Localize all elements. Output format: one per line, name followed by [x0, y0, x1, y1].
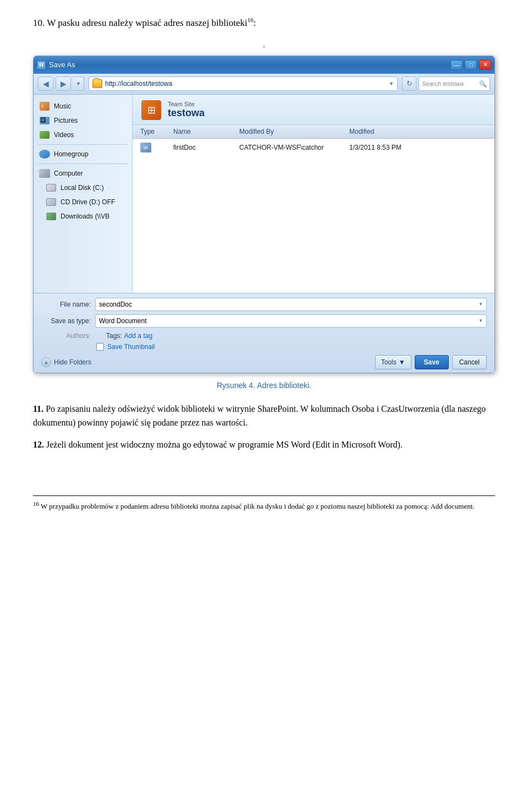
file-modifiedby-cell: CATCHOR-VM-WSF\catchor: [239, 143, 349, 152]
saveastype-input[interactable]: Word Document ▼: [95, 314, 487, 328]
address-folder-icon: [92, 79, 102, 88]
sidebar-item-videos[interactable]: Videos: [34, 128, 132, 142]
address-bar[interactable]: http://localhost/testowa ▼: [89, 77, 398, 91]
pictures-icon: [39, 116, 50, 125]
search-placeholder: Search testowa: [422, 80, 464, 87]
figure-caption: Rysunek 4. Adres biblioteki.: [33, 381, 495, 390]
intro-paragraph: 10. W pasku adresu należy wpisać adres n…: [33, 17, 495, 29]
dialog-title-text: Save As: [49, 61, 75, 69]
footnote: 16 W przypadku problemów z podaniem adre…: [33, 499, 495, 512]
sidebar-item-localdisk[interactable]: Local Disk (C:): [34, 181, 132, 195]
computer-icon: [39, 169, 50, 178]
col-modified[interactable]: Modified: [347, 125, 489, 138]
dialog-filelist: ⊞ Team Site testowa Type Name Modified B…: [133, 95, 494, 293]
network-icon: [46, 212, 57, 221]
sidebar-label-videos: Videos: [54, 131, 74, 139]
table-row[interactable]: W firstDoc CATCHOR-VM-WSF\catchor 1/3/20…: [138, 141, 489, 154]
filename-row: File name: secondDoc ▼: [41, 298, 487, 311]
file-name-cell: firstDoc: [173, 143, 239, 152]
dialog-body: Music Pictures Videos: [34, 95, 494, 293]
tags-value[interactable]: Add a tag: [124, 332, 152, 340]
save-thumbnail-checkbox[interactable]: [96, 343, 104, 351]
sidebar-item-downloads[interactable]: Downloads (\\VB: [34, 209, 132, 224]
file-modified-cell: 1/3/2011 8:53 PM: [349, 143, 487, 152]
back-button[interactable]: ◀: [38, 77, 53, 91]
homegroup-icon: [39, 150, 50, 159]
filelist-header-text: Team Site testowa: [168, 101, 205, 119]
sidebar-item-music[interactable]: Music: [34, 99, 132, 113]
chevron-up-icon: ▲: [41, 357, 51, 367]
search-icon[interactable]: 🔍: [479, 80, 487, 88]
col-type[interactable]: Type: [138, 125, 171, 138]
dialog-toolbar: ◀ ▶ ▼ http://localhost/testowa ▼ ↻ Searc…: [34, 74, 494, 95]
filename-dropdown-icon: ▼: [479, 302, 483, 307]
address-arrow: ▼: [389, 81, 394, 86]
sidebar-item-cddrive[interactable]: CD Drive (D:) OFF: [34, 195, 132, 209]
filelist-header-bar: ⊞ Team Site testowa: [133, 95, 494, 125]
footnote-text: W przypadku problemów z podaniem adresu …: [41, 503, 475, 511]
maximize-button[interactable]: □: [465, 60, 477, 70]
filename-value: secondDoc: [99, 301, 132, 308]
save-as-dialog: W Save As — □ ✕ ◀ ▶ ▼ http://localhost/t…: [33, 56, 495, 373]
sidebar-label-computer: Computer: [54, 170, 83, 177]
file-doc-icon: W: [140, 143, 151, 152]
authors-label: Authors:: [41, 332, 91, 340]
sidebar-label-music: Music: [54, 102, 71, 110]
sidebar-sep2: [38, 164, 128, 164]
bottom-action-row: ▲ Hide Folders Tools ▼ Save Cancel: [41, 355, 487, 369]
action-buttons: Tools ▼ Save Cancel: [375, 355, 487, 369]
nav-dropdown-button[interactable]: ▼: [73, 77, 84, 91]
disk-icon: [46, 183, 57, 192]
minimize-button[interactable]: —: [450, 60, 463, 70]
tags-label: Tags:: [106, 332, 122, 340]
sidebar-label-downloads: Downloads (\\VB: [61, 212, 109, 220]
col-modifiedby[interactable]: Modified By: [237, 125, 347, 138]
sidebar-label-pictures: Pictures: [54, 117, 78, 124]
hide-folders-button[interactable]: ▲ Hide Folders: [41, 357, 91, 367]
intro-text: 10. W pasku adresu należy wpisać adres n…: [33, 18, 248, 28]
close-button[interactable]: ✕: [479, 60, 491, 70]
refresh-button[interactable]: ↻: [402, 77, 416, 91]
col-name[interactable]: Name: [171, 125, 237, 138]
sidebar-item-homegroup[interactable]: Homegroup: [34, 147, 132, 161]
sidebar-item-computer[interactable]: Computer: [34, 166, 132, 181]
paragraph-11: 11. Po zapisaniu należy odświeżyć widok …: [33, 402, 495, 430]
title-icon: W: [37, 61, 46, 69]
filename-input[interactable]: secondDoc ▼: [95, 298, 487, 311]
title-left: W Save As: [37, 61, 75, 69]
music-icon: [39, 102, 50, 111]
paragraph-12: 12. Jeżeli dokument jest widoczny można …: [33, 438, 495, 452]
authors-tags-row: Authors: Tags: Add a tag: [41, 331, 487, 341]
saveastype-row: Save as type: Word Document ▼: [41, 314, 487, 328]
teamsite-label: Team Site: [168, 101, 205, 107]
search-box[interactable]: Search testowa 🔍: [419, 77, 490, 91]
document-body: 11. Po zapisaniu należy odświeżyć widok …: [33, 402, 495, 452]
cancel-button[interactable]: Cancel: [452, 355, 487, 369]
dot-separator: .: [33, 39, 495, 50]
filelist-rows: W firstDoc CATCHOR-VM-WSF\catchor 1/3/20…: [133, 139, 494, 293]
tools-dropdown-icon: ▼: [399, 358, 405, 366]
save-button[interactable]: Save: [415, 355, 449, 369]
title-controls: — □ ✕: [450, 60, 491, 70]
file-type-cell: W: [140, 143, 173, 152]
footnote-num: 16: [33, 500, 39, 507]
sidebar-label-homegroup: Homegroup: [54, 150, 89, 158]
footnote-ref: 16: [248, 17, 254, 23]
tools-label: Tools: [381, 358, 397, 366]
page-footer: 16 W przypadku problemów z podaniem adre…: [33, 495, 495, 512]
teamsite-name: testowa: [168, 107, 205, 119]
sidebar-label-localdisk: Local Disk (C:): [61, 184, 104, 192]
filelist-columns: Type Name Modified By Modified: [133, 125, 494, 139]
sidebar-sep1: [38, 144, 128, 145]
saveastype-value: Word Document: [99, 317, 146, 325]
sidebar-label-cddrive: CD Drive (D:) OFF: [61, 198, 115, 206]
saveastype-label: Save as type:: [41, 317, 91, 325]
dialog-wrapper: W Save As — □ ✕ ◀ ▶ ▼ http://localhost/t…: [33, 56, 495, 373]
forward-button[interactable]: ▶: [56, 77, 71, 91]
dialog-titlebar: W Save As — □ ✕: [34, 56, 494, 74]
save-thumbnail-label[interactable]: Save Thumbnail: [107, 343, 155, 351]
dialog-bottom: File name: secondDoc ▼ Save as type: Wor…: [34, 293, 494, 373]
filename-label: File name:: [41, 301, 91, 308]
sidebar-item-pictures[interactable]: Pictures: [34, 113, 132, 128]
tools-button[interactable]: Tools ▼: [375, 355, 411, 369]
